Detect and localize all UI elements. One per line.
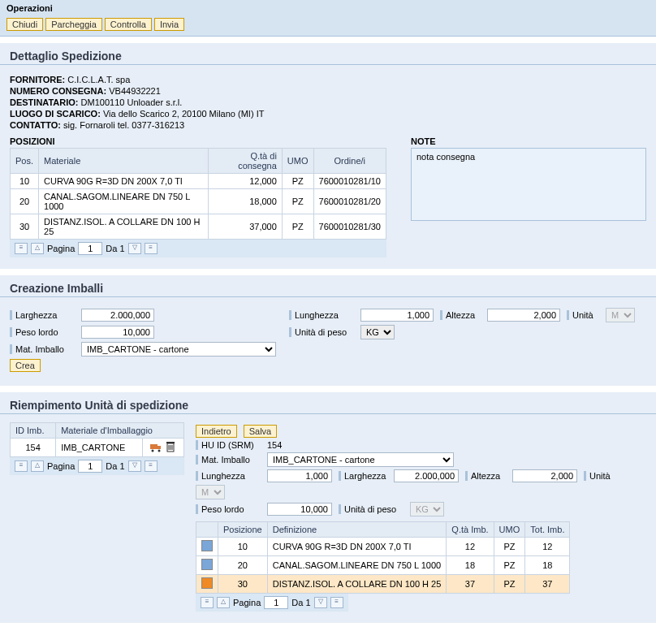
cell-qty: 12 <box>447 538 494 556</box>
length-input[interactable] <box>360 309 434 322</box>
pager-page-label: Pagina <box>47 461 75 471</box>
fill-hu-title: Riempimento Unità di spedizione <box>0 392 656 414</box>
pager-page-input[interactable] <box>264 596 288 609</box>
pager-next-icon[interactable]: ▽ <box>128 460 141 472</box>
r-wunit-select[interactable]: KG <box>410 502 444 516</box>
cell-umo: PZ <box>282 214 313 240</box>
delivery-label: NUMERO CONSEGNA: <box>10 86 106 96</box>
operations-buttons: Chiudi Parcheggia Controlla Invia <box>6 18 650 31</box>
hu-col-id: ID Imb. <box>11 423 56 439</box>
pager-first-icon[interactable]: ≡ <box>201 597 214 608</box>
pager-next-icon[interactable]: ▽ <box>314 597 327 608</box>
pager-of-label: Da 1 <box>106 461 124 471</box>
shipment-detail-title: Dettaglio Spedizione <box>0 43 656 65</box>
cell-mat: CANAL.SAGOM.LINEARE DN 750 L 1000 <box>39 189 209 214</box>
send-button[interactable]: Invia <box>154 18 184 31</box>
hu-detail-panel: Indietro Salva HU ID (SRM) 154 Mat. Imba… <box>196 422 646 612</box>
cell-umo: PZ <box>494 556 525 575</box>
cell-pos: 10 <box>11 174 39 189</box>
dest-value: DM100110 Unloader s.r.l. <box>81 97 183 107</box>
cell-pos: 30 <box>218 575 268 594</box>
col-umo: UMO <box>282 149 313 174</box>
table-row[interactable]: 10CURVA 90G R=3D DN 200X 7,0 TI12PZ12 <box>196 538 570 556</box>
cell-qty: 37 <box>447 575 494 594</box>
positions-block: POSIZIONI Pos. Materiale Q.tà di consegn… <box>10 136 386 257</box>
height-input[interactable] <box>487 309 560 322</box>
pager-page-input[interactable] <box>78 460 102 473</box>
dest-label: DESTINATARIO: <box>10 97 79 107</box>
close-button[interactable]: Chiudi <box>6 18 43 31</box>
r-width-input[interactable] <box>394 469 459 482</box>
cell-qty: 18 <box>447 556 494 575</box>
cell-umo: PZ <box>282 189 313 214</box>
huid-value: 154 <box>267 440 282 450</box>
r-length-input[interactable] <box>267 469 332 482</box>
cell-pos: 20 <box>11 189 39 214</box>
pager-prev-icon[interactable]: △ <box>217 597 230 608</box>
park-button[interactable]: Parcheggia <box>45 18 102 31</box>
hu-list-panel: ID Imb. Materiale d'Imballaggio 154 IMB_… <box>10 422 184 475</box>
cell-qty: 18,000 <box>209 189 283 214</box>
pager-page-input[interactable] <box>78 242 102 255</box>
back-button[interactable]: Indietro <box>196 425 237 438</box>
cell-def: DISTANZ.ISOL. A COLLARE DN 100 H 25 <box>267 575 447 594</box>
pager-last-icon[interactable]: ≡ <box>330 597 343 608</box>
table-row[interactable]: 20CANAL.SAGOM.LINEARE DN 750 L 100018,00… <box>11 189 386 214</box>
gross-input[interactable] <box>81 326 154 339</box>
operations-header: Operazioni Chiudi Parcheggia Controlla I… <box>0 0 656 37</box>
trash-icon[interactable] <box>166 444 175 454</box>
pager-prev-icon[interactable]: △ <box>31 243 44 254</box>
pager-prev-icon[interactable]: △ <box>31 460 44 472</box>
pager-of-label: Da 1 <box>106 244 124 253</box>
pager-last-icon[interactable]: ≡ <box>145 460 158 472</box>
cell-def: CURVA 90G R=3D DN 200X 7,0 TI <box>267 538 447 556</box>
note-text: nota consegna <box>416 152 475 162</box>
note-title: NOTE <box>411 136 646 146</box>
check-button[interactable]: Controlla <box>105 18 152 31</box>
supplier-value: C.I.C.L.A.T. spa <box>67 75 130 84</box>
height-label: Altezza <box>440 310 481 320</box>
svg-rect-1 <box>158 446 161 449</box>
create-button[interactable]: Crea <box>10 359 41 372</box>
table-row[interactable]: 30DISTANZ.ISOL. A COLLARE DN 100 H 2537,… <box>11 214 386 240</box>
r-height-input[interactable] <box>512 469 577 482</box>
pager-next-icon[interactable]: ▽ <box>128 243 141 254</box>
unit-select[interactable]: M <box>606 308 635 322</box>
r-height-label: Altezza <box>465 471 506 481</box>
cell-qty: 37,000 <box>209 214 283 240</box>
pager-first-icon[interactable]: ≡ <box>15 460 28 472</box>
svg-rect-0 <box>150 444 158 449</box>
cell-mat: CURVA 90G R=3D DN 200X 7,0 TI <box>39 174 209 189</box>
pager-first-icon[interactable]: ≡ <box>15 243 28 254</box>
save-button[interactable]: Salva <box>244 425 278 438</box>
r-unit-select[interactable]: M <box>196 485 225 499</box>
col-mat: Materiale <box>39 149 209 174</box>
table-row[interactable]: 20CANAL.SAGOM.LINEARE DN 750 L 100018PZ1… <box>196 556 570 575</box>
huid-label: HU ID (SRM) <box>196 440 261 450</box>
width-input[interactable] <box>81 309 154 322</box>
row-color-icon <box>196 556 218 575</box>
hu-id: 154 <box>11 439 56 457</box>
pack-material-select[interactable]: IMB_CARTONE - cartone <box>81 342 276 357</box>
cell-tot: 37 <box>525 575 570 594</box>
r-gross-input[interactable] <box>267 503 332 516</box>
fcol-umo: UMO <box>494 522 525 538</box>
cell-umo: PZ <box>494 538 525 556</box>
operations-title: Operazioni <box>6 3 650 13</box>
note-block: NOTE nota consegna <box>411 136 646 221</box>
r-mat-select[interactable]: IMB_CARTONE - cartone <box>267 452 454 467</box>
pager-last-icon[interactable]: ≡ <box>145 243 158 254</box>
table-row[interactable]: 10CURVA 90G R=3D DN 200X 7,0 TI12,000PZ7… <box>11 174 386 189</box>
gross-label: Peso lordo <box>10 327 75 337</box>
contact-value: sig. Fornaroli tel. 0377-316213 <box>63 120 184 130</box>
cell-pos: 20 <box>218 556 268 575</box>
hu-row[interactable]: 154 IMB_CARTONE <box>11 439 184 457</box>
table-row[interactable]: 30DISTANZ.ISOL. A COLLARE DN 100 H 2537P… <box>196 575 570 594</box>
truck-icon[interactable] <box>150 444 166 454</box>
cell-ord: 7600010281/10 <box>313 174 386 189</box>
cell-ord: 7600010281/30 <box>313 214 386 240</box>
r-unit-label: Unità <box>584 471 616 481</box>
note-textarea[interactable]: nota consegna <box>411 148 646 221</box>
positions-table: Pos. Materiale Q.tà di consegna UMO Ordi… <box>10 148 386 240</box>
weight-unit-select[interactable]: KG <box>360 325 395 339</box>
